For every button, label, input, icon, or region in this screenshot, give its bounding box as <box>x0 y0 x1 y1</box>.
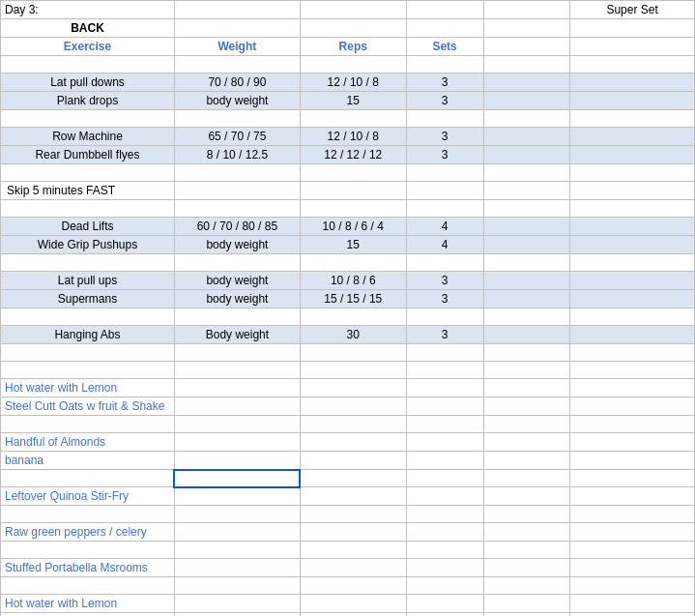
spacer-row <box>1 308 695 326</box>
table-row: Row Machine 65 / 70 / 75 12 / 10 / 8 3 <box>1 128 695 146</box>
food-item: Raw green peppers / celery <box>1 523 175 542</box>
col-sets: Sets <box>406 38 483 56</box>
spacer-row <box>1 542 695 559</box>
empty-header-e <box>483 1 570 19</box>
exercise-name: Supermans <box>1 290 175 308</box>
food-row: Hot water with Lemon <box>1 379 695 397</box>
skip-label: Skip 5 minutes FAST <box>1 182 175 200</box>
exercise-name: Lat pull downs <box>1 73 175 92</box>
day-label: Day 3: <box>1 1 175 19</box>
sets-val: 3 <box>406 290 483 308</box>
weight-val: 65 / 70 / 75 <box>174 128 300 146</box>
table-row: Lat pull downs 70 / 80 / 90 12 / 10 / 8 … <box>1 73 695 92</box>
food-item: Leftover Quinoa Stir-Fry <box>1 487 175 506</box>
column-header-row: Exercise Weight Reps Sets <box>1 38 695 56</box>
table-row: Wide Grip Pushups body weight 15 4 <box>1 236 695 254</box>
weight-val: Body weight <box>174 326 300 344</box>
weight-val: 8 / 10 / 12.5 <box>174 146 300 164</box>
table-row: Hanging Abs Body weight 30 3 <box>1 326 695 344</box>
table-row: Supermans body weight 15 / 15 / 15 3 <box>1 290 695 308</box>
reps-val: 15 <box>300 236 406 254</box>
reps-val: 12 / 10 / 8 <box>300 73 406 92</box>
skip-row: Skip 5 minutes FAST <box>1 182 695 200</box>
spacer-row <box>1 164 695 182</box>
spacer-row <box>1 362 695 379</box>
food-row: Hot water with Lemon <box>1 595 695 613</box>
weight-val: body weight <box>174 272 300 290</box>
weight-val: body weight <box>174 92 300 110</box>
spacer-row <box>1 506 695 523</box>
exercise-name: Dead Lifts <box>1 218 175 236</box>
sets-val: 3 <box>406 73 483 92</box>
spacer-row <box>1 254 695 272</box>
back-label: BACK <box>1 19 175 38</box>
reps-val: 15 / 15 / 15 <box>300 290 406 308</box>
food-item: Hot water with Lemon <box>1 595 175 613</box>
food-item: Handful of Almonds <box>1 433 175 452</box>
reps-val: 10 / 8 / 6 / 4 <box>300 218 406 236</box>
sets-val: 3 <box>406 92 483 110</box>
spacer-row <box>1 56 695 73</box>
reps-val: 12 / 10 / 8 <box>300 128 406 146</box>
exercise-name: Plank drops <box>1 92 175 110</box>
col-weight: Weight <box>174 38 300 56</box>
col-exercise: Exercise <box>1 38 175 56</box>
food-item <box>1 470 175 487</box>
selected-cell[interactable] <box>174 470 300 487</box>
table-row: Dead Lifts 60 / 70 / 80 / 85 10 / 8 / 6 … <box>1 218 695 236</box>
sets-val: 4 <box>406 218 483 236</box>
sets-val: 3 <box>406 326 483 344</box>
reps-val: 12 / 12 / 12 <box>300 146 406 164</box>
food-row <box>1 470 695 487</box>
back-row: BACK <box>1 19 695 38</box>
empty-header-d <box>406 1 483 19</box>
col-reps: Reps <box>300 38 406 56</box>
table-row: Lat pull ups body weight 10 / 8 / 6 3 <box>1 272 695 290</box>
food-row: Raw green peppers / celery <box>1 523 695 542</box>
spacer-row <box>1 200 695 218</box>
spacer-row <box>1 577 695 595</box>
food-row: banana <box>1 452 695 470</box>
exercise-name: Lat pull ups <box>1 272 175 290</box>
weight-val: body weight <box>174 236 300 254</box>
exercise-name: Wide Grip Pushups <box>1 236 175 254</box>
food-row: Leftover Quinoa Stir-Fry <box>1 487 695 506</box>
food-item: banana <box>1 452 175 470</box>
food-row: Steel Cutt Oats w fruit & Shake <box>1 397 695 416</box>
food-item: 1/3 a Pinapple cutt up <box>1 613 175 617</box>
exercise-name: Hanging Abs <box>1 326 175 344</box>
day-row: Day 3: Super Set <box>1 1 695 19</box>
sets-val: 3 <box>406 146 483 164</box>
food-item: Steel Cutt Oats w fruit & Shake <box>1 397 175 416</box>
spacer-row <box>1 344 695 362</box>
food-item: Stuffed Portabella Msrooms <box>1 559 175 577</box>
sets-val: 4 <box>406 236 483 254</box>
food-item: Hot water with Lemon <box>1 379 175 397</box>
table-row: Plank drops body weight 15 3 <box>1 92 695 110</box>
exercise-name: Rear Dumbbell flyes <box>1 146 175 164</box>
spacer-row <box>1 416 695 433</box>
reps-val: 30 <box>300 326 406 344</box>
table-row: Rear Dumbbell flyes 8 / 10 / 12.5 12 / 1… <box>1 146 695 164</box>
weight-val: body weight <box>174 290 300 308</box>
sets-val: 3 <box>406 128 483 146</box>
sets-val: 3 <box>406 272 483 290</box>
empty-header-c <box>300 1 406 19</box>
food-row: Handful of Almonds <box>1 433 695 452</box>
food-row: Stuffed Portabella Msrooms <box>1 559 695 577</box>
weight-val: 60 / 70 / 80 / 85 <box>174 218 300 236</box>
food-row: 1/3 a Pinapple cutt up <box>1 613 695 617</box>
exercise-name: Row Machine <box>1 128 175 146</box>
spacer-row <box>1 110 695 128</box>
reps-val: 10 / 8 / 6 <box>300 272 406 290</box>
weight-val: 70 / 80 / 90 <box>174 73 300 92</box>
reps-val: 15 <box>300 92 406 110</box>
super-set-label: Super Set <box>570 1 695 19</box>
empty-header-b <box>174 1 300 19</box>
